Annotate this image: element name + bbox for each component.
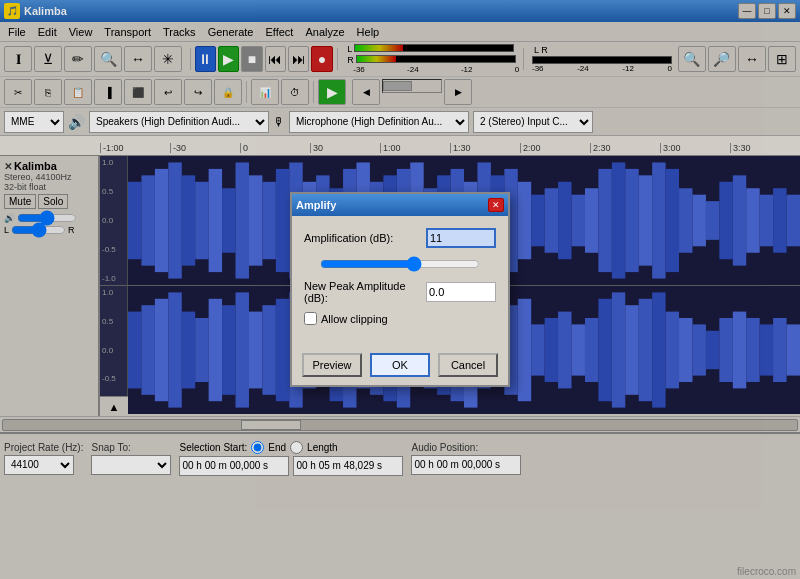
dialog-title: Amplify bbox=[296, 199, 336, 211]
peak-label: New Peak Amplitude (dB): bbox=[304, 280, 426, 304]
preview-button[interactable]: Preview bbox=[302, 353, 362, 377]
slider-row bbox=[304, 256, 496, 272]
amplification-slider[interactable] bbox=[320, 256, 480, 272]
amplification-row: Amplification (dB): bbox=[304, 228, 496, 248]
allow-clipping-row: Allow clipping bbox=[304, 312, 496, 325]
dialog-close-icon: ✕ bbox=[492, 200, 500, 210]
peak-amplitude-row: New Peak Amplitude (dB): bbox=[304, 280, 496, 304]
modal-overlay: Amplify ✕ Amplification (dB): New Peak A… bbox=[0, 0, 800, 579]
dialog-footer: Preview OK Cancel bbox=[292, 345, 508, 385]
dialog-title-bar: Amplify ✕ bbox=[292, 194, 508, 216]
ok-button[interactable]: OK bbox=[370, 353, 430, 377]
allow-clipping-checkbox[interactable] bbox=[304, 312, 317, 325]
dialog-close-button[interactable]: ✕ bbox=[488, 198, 504, 212]
amplification-input[interactable] bbox=[426, 228, 496, 248]
amplification-label: Amplification (dB): bbox=[304, 232, 393, 244]
dialog-body: Amplification (dB): New Peak Amplitude (… bbox=[292, 216, 508, 345]
cancel-button[interactable]: Cancel bbox=[438, 353, 498, 377]
peak-input[interactable] bbox=[426, 282, 496, 302]
allow-clipping-label: Allow clipping bbox=[321, 313, 388, 325]
amplify-dialog: Amplify ✕ Amplification (dB): New Peak A… bbox=[290, 192, 510, 387]
